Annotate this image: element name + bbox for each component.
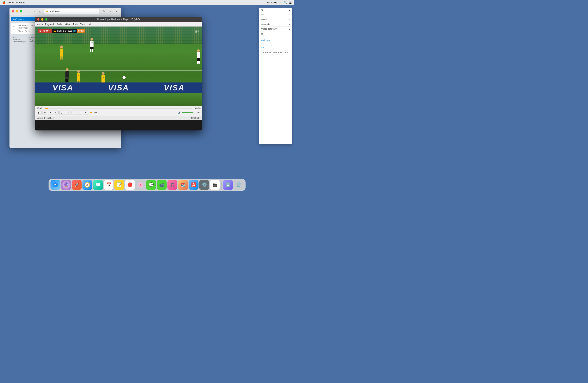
notes-icon: 📝 [117,182,122,187]
menubar-window[interactable]: Window [16,1,25,4]
vlc-menu-video[interactable]: Video [65,23,70,26]
share-link[interactable]: Share [18,30,23,32]
player-head-3 [77,70,80,73]
view-all-moderators[interactable]: VIEW ALL MODERATORS [259,50,292,55]
dock-safari[interactable]: 🧭 [83,180,92,190]
dock-itunes[interactable]: 🎵 [168,180,177,190]
add-tab-button[interactable]: + [114,9,119,14]
dock-finder[interactable] [51,180,61,190]
ibooks-icon: 📚 [180,182,186,187]
vlc-menu-view[interactable]: View [81,23,85,26]
chevron-ns: ∨ [289,9,290,11]
dock-messages[interactable]: 💬 [146,180,156,190]
vlc-shuffle-button[interactable]: ⇄ [83,111,88,115]
dock-system-prefs[interactable]: ⚙️ [199,180,209,190]
footer-press[interactable]: The Reddit App [13,40,26,43]
apple-menu[interactable]: 🍎 [2,1,5,4]
rs-section-stream: stream ∨ [259,17,292,22]
rs-row-ns[interactable]: ns ∨ [261,9,290,11]
mod-entry-1[interactable]: Moderator [261,39,290,42]
vlc-close-button[interactable] [37,18,40,21]
menubar-wine[interactable]: wine [9,1,14,4]
player-number-2: 11 [61,50,63,51]
player-head-1 [90,38,93,40]
player-legs-5 [197,61,200,64]
rs-row-threads[interactable]: hreads before 30 ∨ [261,28,290,30]
vlc-menu-playback[interactable]: Playback [45,23,54,26]
rs-row-ms[interactable]: ms ∨ [261,14,290,16]
vlc-menu-tools[interactable]: Tools [73,23,78,26]
itv-logo-text: itv [195,29,199,33]
rs-row-correctly[interactable]: s correctly ∨ [261,23,290,25]
vlc-speed: 1.00x [195,111,201,114]
svg-point-3 [55,184,55,185]
footer-about[interactable]: About [13,36,26,39]
lock-icon: 🔒 [46,10,48,12]
mail-icon[interactable]: ✉ [261,33,263,36]
photos-icon: 🌸 [138,182,144,188]
dock-photos[interactable]: 🌸 [136,180,146,190]
vlc-volume-area: 🔊 1.00x [178,111,201,114]
upvote-button[interactable]: ▲ [13,24,15,27]
dock-trash[interactable]: 🗑️ [234,180,244,190]
dock-ibooks[interactable]: 📚 [178,180,188,190]
vlc-live-badge[interactable]: Live [89,111,98,114]
messages-icon: 💬 [148,182,154,187]
vlc-fullscreen-button[interactable]: ⛶ [59,111,65,115]
address-bar[interactable]: 🔒 reddit.com [44,9,99,14]
search-icon[interactable]: 🔍 [284,1,287,4]
dock-downloads[interactable]: ⬇️ [223,180,233,190]
back-button[interactable]: ‹ [26,9,31,14]
vlc-prev-button[interactable]: ⏮ [42,111,47,115]
player-number-6: 1 [103,76,104,78]
forward-button[interactable]: › [32,9,37,14]
vlc-stop-button[interactable]: ⏹ [48,111,53,115]
vlc-repeat-button[interactable]: ↺ [77,111,82,115]
reader-view-button[interactable]: ⊡ [38,9,43,14]
mail-dock-icon: ✉️ [95,182,101,187]
minimize-button[interactable] [16,10,18,13]
rs-moderators: Moderator or ator [259,37,292,50]
vlc-volume-bar[interactable] [182,112,193,113]
share-button[interactable]: ⬆ [108,9,113,14]
vlc-live-text: Live [93,111,97,114]
dock-appstore[interactable]: 🅰️ [189,180,199,190]
dock-launchpad[interactable]: 🚀 [72,180,82,190]
dock-mail[interactable]: ✉️ [93,180,103,190]
player-body-5 [197,52,200,58]
vlc-play-button[interactable]: ▶ [37,111,42,115]
vlc-menu-audio[interactable]: Audio [57,23,63,26]
vlc-minimize-button[interactable] [41,18,43,21]
menubar: 🍎 wine Window Sat 12:02 PM 🔍 ☰ [0,0,294,5]
footer-careers[interactable]: Advertise [13,39,26,40]
vlc-settings-button[interactable]: ⚙ [66,111,71,115]
vlc-playlist-button[interactable]: ☰ [71,111,76,115]
mod-entry-2[interactable]: or [261,42,290,45]
close-button[interactable] [12,10,14,13]
menu-icon[interactable]: ☰ [289,1,292,4]
save-link[interactable]: Save [25,30,30,32]
notice-text: You're vie... [13,18,24,20]
vlc-progress-bar[interactable] [45,108,192,109]
vlc-next-button[interactable]: ⏭ [54,111,59,115]
dock-reminders[interactable]: 🔴 [125,180,135,190]
visa-text-3: VISA [164,83,185,92]
field-bottom [35,93,202,106]
maximize-button[interactable] [20,10,22,13]
dock-notes[interactable]: 📝 [114,180,124,190]
vlc-menu-media[interactable]: Media [37,23,43,26]
dock-calendar[interactable]: 📅 [104,180,114,190]
vlc-menu-help[interactable]: Help [87,23,92,26]
mod-entry-3[interactable]: ator [261,45,290,49]
dock-vlc[interactable]: 🎬 [210,180,220,190]
dock-siri[interactable]: 🔮 [61,180,71,190]
rs-row-stream[interactable]: stream ∨ [261,18,290,20]
vlc-maximize-button[interactable] [45,18,47,21]
dock-facetime[interactable]: 📹 [157,180,167,190]
visa-banner: VISA VISA VISA [35,82,202,93]
player-shorts-1 [90,47,93,49]
reload-button[interactable]: ↻ [102,9,106,14]
vlc-volume-icon[interactable]: 🔊 [178,111,181,114]
downvote-button[interactable]: ▼ [13,28,15,31]
score-display: 0-0 [63,30,66,32]
